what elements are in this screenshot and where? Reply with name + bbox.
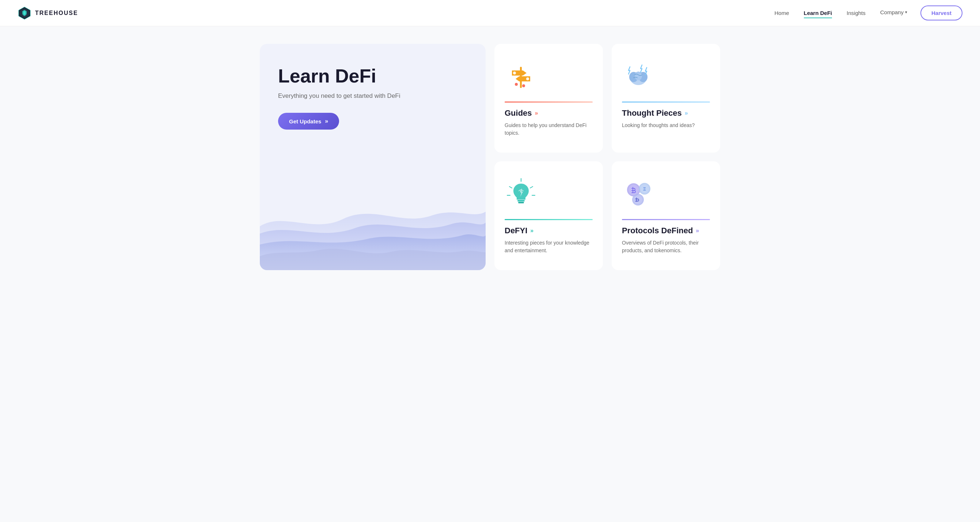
svg-point-10 xyxy=(635,71,642,80)
defyi-description: Interesting pieces for your knowledge an… xyxy=(504,239,593,254)
hero-card: Learn DeFi Everything you need to get st… xyxy=(260,44,485,270)
company-chevron-icon: ▾ xyxy=(905,10,907,14)
guides-description: Guides to help you understand DeFi topic… xyxy=(504,122,593,137)
hero-illustration xyxy=(260,168,485,270)
nav-company[interactable]: Company ▾ xyxy=(880,9,907,17)
category-card-defyi[interactable]: DeFYI » Interesting pieces for your know… xyxy=(495,161,603,270)
defyi-icon xyxy=(504,177,538,210)
logo-text: TREEHOUSE xyxy=(35,10,78,16)
svg-point-4 xyxy=(526,78,529,80)
defyi-divider xyxy=(504,219,593,220)
guides-icon-area xyxy=(504,54,593,98)
guides-icon xyxy=(504,60,538,92)
guides-title: Guides » xyxy=(504,108,593,118)
nav-learn-defi[interactable]: Learn DeFi xyxy=(804,10,832,16)
logo-icon xyxy=(18,6,32,20)
svg-line-13 xyxy=(530,187,533,188)
nav-links: Home Learn DeFi Insights Company ▾ xyxy=(775,9,907,17)
svg-point-24 xyxy=(633,195,643,204)
svg-rect-17 xyxy=(518,202,524,203)
category-card-protocols-defined[interactable]: Ξ Protocols DeFined » Overviews of DeFi … xyxy=(612,161,720,270)
category-grid: Guides » Guides to help you understand D… xyxy=(495,44,720,270)
defyi-chevrons-icon: » xyxy=(530,227,533,234)
thought-title: Thought Pieces » xyxy=(622,108,710,118)
protocols-defined-icon: Ξ xyxy=(622,177,655,210)
protocols-divider xyxy=(622,219,710,220)
defyi-title: DeFYI » xyxy=(504,226,593,235)
thought-chevrons-icon: » xyxy=(685,110,688,116)
svg-rect-16 xyxy=(517,200,525,202)
defyi-icon-area xyxy=(504,171,593,215)
guides-divider xyxy=(504,102,593,103)
navbar: TREEHOUSE Home Learn DeFi Insights Compa… xyxy=(0,0,980,26)
thought-divider xyxy=(622,102,710,103)
hero-title: Learn DeFi xyxy=(278,66,467,87)
get-updates-chevrons-icon: » xyxy=(325,118,328,124)
thought-pieces-icon xyxy=(622,60,655,92)
svg-point-3 xyxy=(513,71,516,75)
nav-home[interactable]: Home xyxy=(775,10,789,16)
guides-chevrons-icon: » xyxy=(535,110,538,116)
protocols-title: Protocols DeFined » xyxy=(622,226,710,235)
get-updates-button[interactable]: Get Updates » xyxy=(278,113,339,130)
thought-icon-area xyxy=(622,54,710,98)
logo[interactable]: TREEHOUSE xyxy=(18,6,78,20)
thought-description: Looking for thoughts and ideas? xyxy=(622,122,710,129)
svg-line-12 xyxy=(509,187,512,188)
protocols-icon-area: Ξ xyxy=(622,171,710,215)
protocols-chevrons-icon: » xyxy=(696,227,699,234)
get-updates-label: Get Updates xyxy=(289,118,321,124)
svg-point-5 xyxy=(515,83,518,86)
harvest-button[interactable]: Harvest xyxy=(920,5,963,21)
category-card-guides[interactable]: Guides » Guides to help you understand D… xyxy=(495,44,603,152)
protocols-description: Overviews of DeFi protocols, their produ… xyxy=(622,239,710,254)
svg-text:Ξ: Ξ xyxy=(643,187,646,192)
svg-point-19 xyxy=(628,185,639,195)
main-content: Learn DeFi Everything you need to get st… xyxy=(245,26,735,288)
hero-subtitle: Everything you need to get started with … xyxy=(278,92,467,100)
svg-point-6 xyxy=(522,84,525,87)
nav-insights[interactable]: Insights xyxy=(846,10,865,16)
category-card-thought-pieces[interactable]: Thought Pieces » Looking for thoughts an… xyxy=(612,44,720,152)
